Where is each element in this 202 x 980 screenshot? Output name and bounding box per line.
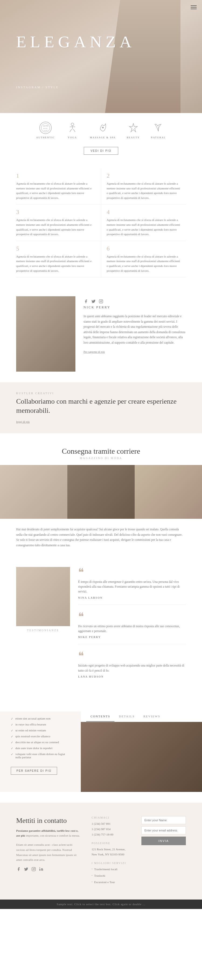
feature-5-text: Agenzia di reclutamento che si sforza di… [16, 254, 96, 273]
check-text-3: ut enim od minim veniam [15, 729, 46, 732]
about-section: NICK PERRY In questi anni abbiamo raggiu… [0, 285, 202, 382]
check-text-1: etiom sint accusal aptiam non [15, 717, 51, 720]
check-text-2: in rutye ina offica bearum [15, 723, 46, 726]
phone-2: 1 (234) 987 654 [91, 827, 136, 832]
contact-submit-button[interactable]: INVIA [141, 837, 186, 845]
facebook-icon[interactable] [83, 299, 88, 304]
check-mark-1: ✓ [11, 717, 13, 721]
check-mark-5: ✓ [11, 741, 13, 744]
contents-checklist: ✓ etiom sint accusal aptiam non ✓ in rut… [11, 717, 70, 759]
brands-list: AUTH ENTIC AUTHENTIC YOGA [0, 113, 202, 147]
testimonial-1-name: NINA LARSON [78, 596, 186, 599]
brand-natural: NATURAL [151, 121, 166, 139]
contact-section: Mettiti in contatto Possiamo garantire a… [0, 803, 202, 899]
check-text-4: quis nostrud exercite ullamco [15, 735, 50, 738]
contact-email-input[interactable] [141, 826, 186, 834]
contents-section: ✓ etiom sint accusal aptiam non ✓ in rut… [0, 701, 202, 803]
svg-point-4 [71, 123, 74, 126]
instagram-icon[interactable] [99, 299, 103, 304]
feature-3-num: 3 [16, 208, 96, 216]
nav-menu[interactable] [191, 5, 197, 9]
contact-twitter-icon[interactable] [24, 867, 29, 872]
check-item-3: ✓ ut enim od minim veniam [11, 729, 70, 732]
check-text-7: volupate velit esse cillum dolore eu fug… [15, 752, 70, 759]
check-mark-2: ✓ [11, 723, 13, 727]
contents-left-panel: ✓ etiom sint accusal aptiam non ✓ in rut… [0, 711, 81, 792]
delivery-image-3 [135, 465, 202, 519]
address-city: New York, NY 92103-9500 [91, 852, 136, 857]
tab-reviews[interactable]: REVIEWS [139, 711, 165, 722]
svg-text:AUTH: AUTH [43, 125, 48, 127]
feature-4: 4 Agenzia di reclutamento che si sforza … [101, 205, 186, 241]
cta-link[interactable]: leggi di più [16, 420, 30, 423]
contact-name-input[interactable] [141, 816, 186, 824]
quote-mark-2: ❝ [78, 611, 186, 622]
contact-desc-rest: importante, con sicurezza e comfort la m… [26, 834, 80, 837]
brands-button-container: VEDI DI PIÙ [0, 147, 202, 155]
service-2: • Traslochi [91, 873, 136, 878]
brands-section: AUTH ENTIC AUTHENTIC YOGA [0, 113, 202, 155]
cta-label: RUSTLER CREATIVI [16, 392, 186, 395]
brand-yoga: YOGA [66, 121, 79, 139]
feature-3: 3 Agenzia di reclutamento che si sforza … [16, 205, 101, 241]
check-item-2: ✓ in rutye ina offica bearum [11, 723, 70, 727]
vedi-di-piu-button[interactable]: VEDI DI PIÙ [84, 147, 118, 155]
contents-image [81, 722, 202, 792]
service-dot-1: • [91, 867, 93, 872]
feature-6: 6 Agenzia di reclutamento che si sforza … [101, 241, 186, 277]
per-sapere-di-piu-button[interactable]: PER SAPERE DI PIÙ [11, 767, 57, 775]
brand-authentic-label: AUTHENTIC [36, 136, 55, 139]
hero-subtitle: Instagram / Style [16, 86, 59, 89]
phone-1: 1 (234) 567 891 [91, 821, 136, 827]
feature-3-text: Agenzia di reclutamento che si sforza di… [16, 218, 96, 237]
check-item-1: ✓ etiom sint accusal aptiam non [11, 717, 70, 721]
svg-point-13 [39, 867, 40, 868]
beauty-icon [127, 121, 140, 135]
address-line: 121 Rock Street, 21 Avenue, [91, 847, 136, 852]
contents-right-panel: CONTENTS DETAILS REVIEWS [81, 711, 202, 792]
check-item-4: ✓ quis nostrud exercite ullamco [11, 735, 70, 738]
feature-6-text: Agenzia di reclutamento che si sforza di… [107, 254, 180, 273]
service-1-text: Trasferimenti locali [94, 867, 118, 872]
testimonial-3-text: Iniziato ogni progetto di sviluppo web a… [78, 663, 186, 673]
tab-details[interactable]: DETAILS [114, 711, 139, 722]
testimonial-1-text: È tempo di risposta alle emergenze è gar… [78, 579, 186, 594]
svg-rect-10 [32, 867, 35, 871]
authentic-icon: AUTH ENTIC [39, 121, 52, 135]
feature-5: 5 Agenzia di reclutamento che si sforza … [16, 241, 101, 277]
contact-facebook-icon[interactable] [16, 867, 21, 872]
feature-4-text: Agenzia di reclutamento che si sforza di… [107, 218, 180, 237]
hero-title: ELEGANZA [16, 32, 135, 51]
about-description: In questi anni abbiamo raggiunto la posi… [83, 314, 186, 345]
testimonial-2: ❝ Ho ricevuto un ottimo posto avere abbi… [78, 611, 186, 644]
svg-point-11 [33, 868, 34, 870]
about-content: NICK PERRY In questi anni abbiamo raggiu… [83, 296, 186, 372]
contact-social-links [16, 867, 81, 872]
service-2-text: Traslochi [94, 873, 105, 878]
testimonials-photo [16, 567, 70, 626]
hamburger-icon[interactable] [191, 5, 197, 9]
about-name: NICK PERRY [83, 305, 186, 309]
service-3: • Escursioni e Tour [91, 880, 136, 885]
feature-2-num: 2 [107, 172, 180, 179]
feature-6-num: 6 [107, 245, 180, 252]
contact-phones: 1 (234) 567 891 1 (234) 987 654 1 (234) … [91, 821, 136, 837]
contact-instagram-icon[interactable] [31, 867, 36, 872]
twitter-icon[interactable] [91, 299, 96, 304]
svg-point-5 [102, 127, 104, 128]
tab-contents[interactable]: CONTENTS [86, 711, 114, 722]
svg-point-12 [34, 868, 35, 868]
delivery-section: Consegna tramite corriere MAGAZZINO DI M… [0, 433, 202, 556]
posizione-label: POSIZIONE [91, 842, 136, 845]
svg-text:ENTIC: ENTIC [43, 128, 48, 129]
testimonial-1: ❝ È tempo di risposta alle emergenze è g… [78, 567, 186, 605]
testimonial-3: ❝ Iniziato ogni progetto di sviluppo web… [78, 651, 186, 684]
testimonials-section: TESTIMONIANZE ❝ È tempo di risposta alle… [0, 556, 202, 701]
cta-title: Collaboriamo con marchi e agenzie per cr… [16, 397, 186, 415]
natural-icon [152, 121, 165, 135]
service-1: • Trasferimenti locali [91, 867, 136, 872]
contact-linkedin-icon[interactable] [39, 867, 43, 872]
contact-form: INVIA [141, 816, 186, 886]
about-learn-more-link[interactable]: Per saperne di più [83, 350, 105, 353]
delivery-subtitle: MAGAZZINO DI MODA [0, 457, 202, 460]
